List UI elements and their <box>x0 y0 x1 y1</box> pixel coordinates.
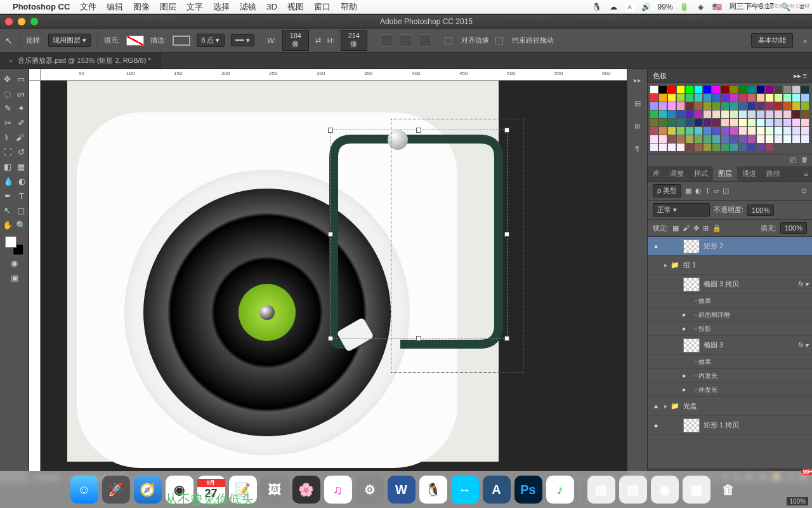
menu-filter[interactable]: 滤镜 <box>240 1 256 13</box>
swatch[interactable] <box>677 86 684 93</box>
swatch[interactable] <box>730 127 738 135</box>
swatch[interactable] <box>659 102 667 110</box>
swatch[interactable] <box>695 94 702 102</box>
filter-adjust-icon[interactable]: ◐ <box>695 187 702 195</box>
tab-paths[interactable]: 路径 <box>761 166 785 181</box>
swatch[interactable] <box>659 94 667 102</box>
hand-tool[interactable]: ✋ <box>3 220 13 230</box>
swatch[interactable] <box>659 144 667 151</box>
swatch[interactable] <box>721 110 729 118</box>
visibility-toggle[interactable]: ● <box>652 403 660 410</box>
cloud-icon[interactable]: ☁ <box>608 2 619 12</box>
sound-icon[interactable]: 🔊 <box>641 2 652 12</box>
swatch[interactable] <box>730 135 738 143</box>
app-name[interactable]: Photoshop CC <box>13 2 70 11</box>
move-tool[interactable]: ✥ <box>4 74 11 84</box>
shape-tool[interactable]: ▢ <box>17 206 25 215</box>
swatch[interactable] <box>721 119 729 126</box>
swatch[interactable] <box>650 94 658 102</box>
quick-select-tool[interactable]: ✎ <box>4 104 11 113</box>
artboard-tool[interactable]: ▭ <box>17 74 25 84</box>
wifi-icon[interactable]: ◈ <box>696 2 706 12</box>
swatch[interactable] <box>721 127 729 135</box>
tab-channels[interactable]: 通道 <box>737 166 761 181</box>
select-dropdown[interactable]: 现用图层 ▾ <box>48 34 91 47</box>
swatch[interactable] <box>712 110 720 118</box>
swatch[interactable] <box>695 110 702 118</box>
swatch[interactable] <box>712 144 720 151</box>
swatch[interactable] <box>757 119 764 126</box>
visibility-toggle[interactable] <box>652 262 660 269</box>
layer-row[interactable]: 椭圆 3fx ▾ <box>648 336 812 355</box>
swatch[interactable] <box>775 86 782 93</box>
swatch[interactable] <box>766 102 773 110</box>
swatch[interactable] <box>730 110 738 118</box>
canvas[interactable]: 50100150200250300350400450500550600650 <box>29 69 647 484</box>
lock-all-icon[interactable]: 🔒 <box>712 224 721 232</box>
link-icon[interactable]: ⇄ <box>315 36 321 44</box>
path-select-tool[interactable]: ↖ <box>4 206 11 215</box>
itunes-app[interactable]: ♫ <box>324 476 352 504</box>
adobe-icon[interactable]: A <box>625 2 635 12</box>
visibility-toggle[interactable] <box>652 281 660 288</box>
swatch[interactable] <box>695 86 702 93</box>
layer-thumb[interactable] <box>683 338 700 352</box>
tab-layers[interactable]: 图层 <box>713 166 737 181</box>
swatch[interactable] <box>766 144 773 151</box>
photos-app[interactable]: 🌸 <box>292 476 320 504</box>
swatch[interactable] <box>677 127 684 135</box>
swatch[interactable] <box>801 135 809 143</box>
swatch[interactable] <box>739 86 747 93</box>
swatch[interactable] <box>801 102 809 110</box>
swatches-panel-title[interactable]: 色板▸▸ ≡ <box>648 69 812 83</box>
swatch[interactable] <box>695 102 702 110</box>
align-icon[interactable] <box>400 34 412 47</box>
swatch[interactable] <box>766 94 773 102</box>
path-select-tool-icon[interactable]: ↖ <box>5 36 13 46</box>
swatch[interactable] <box>792 86 800 93</box>
photoshop-app[interactable]: Ps <box>514 476 542 504</box>
word-app[interactable]: W <box>388 476 416 504</box>
crop-tool[interactable]: ✂ <box>4 118 11 128</box>
eraser-tool[interactable]: ◧ <box>4 162 11 171</box>
swatch[interactable] <box>659 127 667 135</box>
menu-3d[interactable]: 3D <box>266 2 277 11</box>
stamp-tool[interactable]: ⛶ <box>4 147 12 157</box>
swatch[interactable] <box>748 102 756 110</box>
layer-kind-filter[interactable]: ρ 类型 <box>653 184 681 197</box>
new-swatch-icon[interactable]: ◰ <box>790 156 796 165</box>
lock-pos-icon[interactable]: ✥ <box>693 224 699 232</box>
swatch[interactable] <box>792 110 800 118</box>
lock-artboard-icon[interactable]: ⊞ <box>703 224 709 232</box>
tab-library[interactable]: 库 <box>648 166 665 181</box>
swatch[interactable] <box>650 102 658 110</box>
swatch[interactable] <box>792 94 800 102</box>
preview-app[interactable]: 🖼 <box>261 476 289 504</box>
arrange-icon[interactable] <box>419 34 431 47</box>
swatch[interactable] <box>739 127 747 135</box>
stroke-swatch[interactable] <box>173 36 190 46</box>
layer-row[interactable]: ●◦ 投影 <box>648 322 812 336</box>
panel-menu-icon[interactable]: ≡ <box>801 166 812 181</box>
layer-row[interactable]: ▸ 📁组 1 <box>648 256 812 275</box>
menu-image[interactable]: 图像 <box>133 1 150 13</box>
menu-layer[interactable]: 图层 <box>160 1 176 13</box>
swatch[interactable] <box>704 102 711 110</box>
swatch[interactable] <box>766 119 773 126</box>
swatch[interactable] <box>757 110 764 118</box>
swatch[interactable] <box>695 127 702 135</box>
swatch[interactable] <box>792 135 800 143</box>
qq-icon[interactable]: 🐧 <box>592 2 602 12</box>
swatch[interactable] <box>712 86 720 93</box>
fill-swatch[interactable] <box>126 36 144 46</box>
history-panel-icon[interactable]: ▤ <box>631 96 645 110</box>
zoom-tool[interactable]: 🔍 <box>16 220 26 230</box>
appstore-app[interactable]: A <box>483 476 511 504</box>
swatch[interactable] <box>757 86 764 93</box>
swatch[interactable] <box>686 144 693 151</box>
visibility-toggle[interactable]: ● <box>652 243 660 250</box>
path-ops-icon[interactable] <box>381 34 393 47</box>
flag-icon[interactable]: 🇺🇸 <box>712 2 723 12</box>
swatch[interactable] <box>783 135 791 143</box>
swatch[interactable] <box>668 135 676 143</box>
